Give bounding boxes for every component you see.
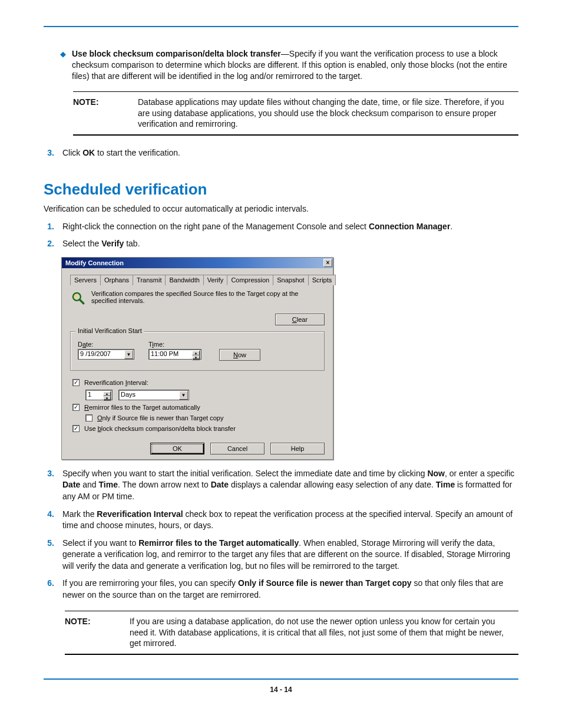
tab-scripts[interactable]: Scripts: [308, 275, 336, 285]
reverification-unit: Days: [121, 391, 135, 398]
time-value: 11:00 PM: [151, 350, 178, 357]
time-spinner-icon[interactable]: ▲▼: [191, 350, 200, 359]
reverification-spinner-icon[interactable]: ▲▼: [103, 391, 111, 400]
top-step-3: 3. Click OK to start the verification.: [44, 147, 518, 159]
s3-t3: and: [80, 480, 98, 489]
s3-t4: . The down arrow next to: [118, 480, 211, 489]
s1-bold: Connection Manager: [369, 222, 450, 231]
s5-pre: Select if you want to: [62, 538, 138, 548]
step3-post: to start the verification.: [95, 148, 180, 157]
block-checksum-checkbox[interactable]: ✓: [72, 425, 80, 432]
s3-b2: Date: [62, 480, 80, 489]
verify-icon: [70, 290, 85, 305]
tab-servers[interactable]: Servers: [70, 275, 101, 285]
tab-verify[interactable]: Verify: [203, 275, 228, 285]
step-3: 3. Specify when you want to start the in…: [44, 468, 518, 503]
now-col: Now: [219, 340, 260, 361]
step-number: 4.: [44, 509, 54, 532]
s4-bold: Reverification Interval: [97, 509, 183, 519]
note-body: Database applications may update files w…: [138, 97, 514, 130]
s4-pre: Mark the: [62, 509, 97, 519]
svg-line-1: [80, 299, 84, 304]
close-icon[interactable]: ×: [323, 259, 332, 267]
ok-button[interactable]: OK: [150, 443, 204, 454]
step-6: 6. If you are remirroring your files, yo…: [44, 578, 518, 601]
step-body: If you are remirroring your files, you c…: [62, 578, 518, 601]
remirror-checkbox[interactable]: ✓: [72, 404, 80, 411]
note-box-1: NOTE: Database applications may update f…: [73, 91, 518, 136]
fieldset-legend: Initial Verification Start: [75, 327, 144, 334]
step-5: 5. Select if you want to Remirror files …: [44, 538, 518, 572]
step-number: 5.: [44, 538, 54, 572]
note-box-2: NOTE: If you are using a database applic…: [65, 611, 518, 655]
clear-label-rest: lear: [297, 316, 308, 323]
section-heading: Scheduled verification: [44, 180, 518, 199]
tab-transmit[interactable]: Transmit: [133, 275, 166, 285]
s3-b3: Time: [99, 480, 118, 489]
time-input[interactable]: 11:00 PM ▲▼: [148, 349, 201, 360]
reverification-unit-select[interactable]: Days ▼: [118, 390, 189, 400]
page-container: ◆ Use block checksum comparison/delta bl…: [0, 0, 562, 728]
date-col: Date: 9 /19/2007 ▼: [78, 341, 143, 360]
step-number: 6.: [44, 578, 54, 601]
date-value: 9 /19/2007: [80, 350, 111, 357]
date-label: Date:: [78, 341, 143, 348]
date-input[interactable]: 9 /19/2007 ▼: [78, 349, 134, 360]
cancel-button[interactable]: Cancel: [210, 443, 265, 454]
only-newer-label: Only if Source file is newer than Target…: [97, 414, 223, 421]
tab-bandwidth[interactable]: Bandwidth: [165, 275, 203, 285]
time-label: Time:: [148, 341, 213, 348]
scheduled-steps: 1. Right-click the connection on the rig…: [44, 221, 518, 250]
s3-b5: Time: [436, 480, 455, 489]
reverification-label: Reverification Interval:: [84, 379, 148, 386]
dialog-description: Verification compares the specified Sour…: [91, 290, 325, 305]
reverification-value-row: 1 ▲▼ Days ▼: [85, 390, 325, 400]
s3-t2: , or enter a specific: [445, 469, 514, 478]
step-body: Specify when you want to start the initi…: [62, 468, 518, 503]
step-number: 1.: [44, 221, 54, 233]
reverification-value-input[interactable]: 1 ▲▼: [85, 390, 113, 400]
s5-bold: Remirror files to the Target automatical…: [138, 538, 299, 548]
tab-compression[interactable]: Compression: [227, 275, 273, 285]
note-body: If you are using a database application,…: [130, 616, 514, 650]
step-4: 4. Mark the Reverification Interval chec…: [44, 509, 518, 532]
remirror-label: Remirror files to the Target automatical…: [84, 404, 200, 411]
tab-orphans[interactable]: Orphans: [100, 275, 133, 285]
clear-button[interactable]: Clear: [275, 314, 325, 325]
unit-dropdown-icon[interactable]: ▼: [179, 391, 188, 400]
svg-point-2: [74, 294, 77, 297]
spacer: [219, 340, 260, 348]
step-2: 2. Select the Verify tab.: [44, 238, 518, 250]
s2-post: tab.: [124, 239, 140, 248]
step-number: 3.: [44, 147, 54, 159]
help-button[interactable]: Help: [270, 443, 325, 454]
page-number: 14 - 14: [44, 686, 518, 694]
bottom-rule: [44, 678, 518, 680]
only-newer-checkbox[interactable]: [85, 414, 92, 421]
tab-snapshot[interactable]: Snapshot: [273, 275, 308, 285]
top-numbered-list: 3. Click OK to start the verification.: [44, 147, 518, 159]
step-body: Right-click the connection on the right …: [62, 221, 518, 233]
s1-post: .: [450, 222, 452, 231]
dialog-description-row: Verification compares the specified Sour…: [70, 290, 325, 305]
dialog-titlebar[interactable]: Modify Connection ×: [62, 258, 333, 268]
note-label: NOTE:: [65, 616, 112, 650]
date-time-row: Date: 9 /19/2007 ▼ Time: 11:00 PM ▲▼: [78, 340, 317, 361]
s6-pre: If you are remirroring your files, you c…: [62, 578, 238, 588]
s3-b1: Now: [427, 469, 445, 478]
bullet-bold-lead: Use block checksum comparison/delta bloc…: [72, 49, 281, 58]
now-button[interactable]: Now: [219, 349, 260, 361]
scheduled-steps-continued: 3. Specify when you want to start the in…: [44, 468, 518, 601]
diamond-bullet-icon: ◆: [60, 49, 66, 82]
bullet-row: ◆ Use block checksum comparison/delta bl…: [60, 48, 518, 82]
reverification-checkbox[interactable]: ✓: [72, 379, 80, 386]
note-label: NOTE:: [73, 97, 120, 130]
time-col: Time: 11:00 PM ▲▼: [148, 341, 213, 360]
s1-pre: Right-click the connection on the right …: [62, 222, 369, 231]
date-dropdown-icon[interactable]: ▼: [124, 350, 133, 359]
s3-t5: displays a calendar allowing easy select…: [229, 480, 436, 489]
only-newer-check-row: Only if Source file is newer than Target…: [85, 414, 325, 421]
dialog-title: Modify Connection: [65, 259, 124, 266]
block-checksum-label: Use block checksum comparison/delta bloc…: [84, 425, 236, 432]
remirror-check-row: ✓ Remirror files to the Target automatic…: [72, 404, 325, 411]
